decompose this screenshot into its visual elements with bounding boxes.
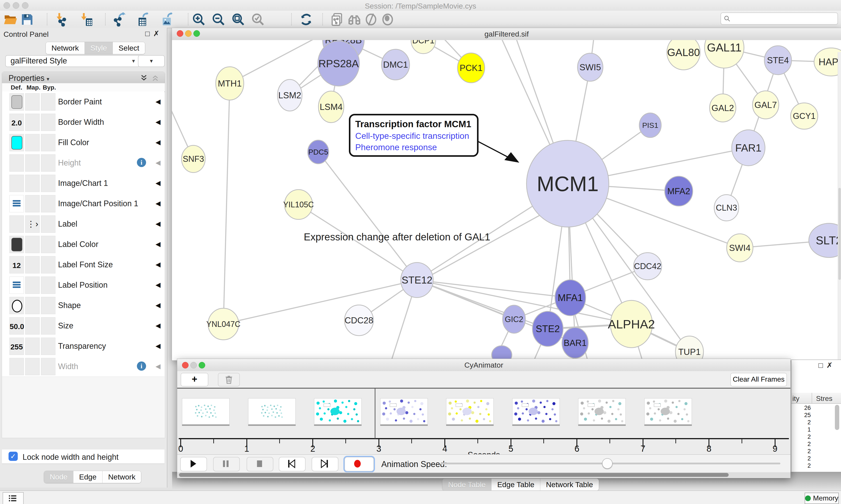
bypass-cell[interactable]	[41, 276, 55, 294]
bypass-cell[interactable]	[41, 317, 55, 335]
expand-property-icon[interactable]: ◀	[156, 199, 161, 207]
clear-all-frames-button[interactable]: Clear All Frames	[730, 373, 787, 386]
table-row[interactable]: 2	[791, 448, 811, 455]
lock-size-checkbox[interactable]: ✓	[8, 452, 18, 461]
network-canvas[interactable]: RPS28BRPS28ADMC1DCP1PCK1MTH1LSM2LSM4SNF3…	[172, 40, 841, 360]
network-node-GAL7[interactable]: GAL7	[753, 91, 779, 119]
expand-property-icon[interactable]: ◀	[156, 260, 161, 268]
animation-frame-1[interactable]	[248, 398, 296, 425]
network-node-ALPHA2[interactable]: ALPHA2	[608, 300, 655, 348]
add-frame-button[interactable]: +	[181, 373, 208, 386]
cyanimator-horizontal-scrollbar[interactable]	[177, 472, 790, 478]
mapping-cell[interactable]	[25, 338, 40, 355]
network-node-PDC5[interactable]: PDC5	[308, 140, 329, 164]
default-value-cell[interactable]	[10, 297, 24, 314]
zoom-out-icon[interactable]	[212, 13, 226, 26]
network-node-SWI4[interactable]: SWI4	[727, 234, 753, 262]
network-node-BAR1[interactable]: BAR1	[562, 327, 588, 358]
cyanimator-timeline[interactable]: 0123456789 Seconds	[177, 389, 790, 453]
mapping-cell[interactable]	[25, 175, 40, 192]
open-session-icon[interactable]	[3, 13, 18, 26]
network-node-DMC1[interactable]: DMC1	[381, 49, 410, 80]
network-node-MCM1[interactable]: MCM1	[526, 140, 609, 227]
network-node-YIL105C[interactable]: YIL105C	[283, 190, 314, 219]
network-node-DCP1[interactable]: DCP1	[411, 40, 435, 54]
default-value-cell[interactable]	[10, 175, 24, 192]
property-row-label-color[interactable]: Label Color◀	[2, 234, 164, 255]
table-row[interactable]: 2	[791, 455, 811, 463]
scrollbar-thumb[interactable]	[838, 188, 841, 280]
bypass-cell[interactable]	[41, 297, 55, 314]
property-row-transparency[interactable]: 255Transparency◀	[2, 336, 164, 357]
tab-edge-table[interactable]: Edge Table	[491, 479, 540, 491]
property-row-width[interactable]: Widthi◀	[2, 356, 164, 377]
play-button[interactable]	[180, 457, 207, 471]
import-network-icon[interactable]	[54, 13, 68, 26]
default-value-cell[interactable]	[10, 215, 24, 233]
annotation-link[interactable]: Pheromone response	[355, 143, 472, 152]
animation-frame-6[interactable]	[578, 398, 626, 425]
tab-node[interactable]: Node	[44, 471, 73, 483]
default-value-cell[interactable]: 50.0	[10, 317, 24, 335]
animation-speed-slider-thumb[interactable]	[602, 458, 612, 469]
table-row[interactable]: 26	[791, 404, 811, 412]
network-node-GAL2[interactable]: GAL2	[710, 94, 736, 122]
animation-frame-7[interactable]	[644, 398, 692, 425]
property-row-fill-color[interactable]: Fill Color◀	[2, 132, 164, 153]
mapping-cell[interactable]	[25, 317, 40, 335]
property-row-image-chart-1[interactable]: Image/Chart 1◀	[2, 173, 164, 194]
mapping-cell[interactable]	[25, 256, 40, 273]
default-value-cell[interactable]	[10, 195, 24, 212]
default-value-cell[interactable]	[10, 93, 24, 111]
bypass-cell[interactable]	[41, 154, 55, 172]
tab-node-table[interactable]: Node Table	[442, 479, 491, 491]
network-window-titlebar[interactable]: galFiltered.sif	[172, 28, 841, 40]
mapping-cell[interactable]	[25, 358, 40, 375]
info-icon[interactable]: i	[137, 158, 146, 167]
animation-frame-5[interactable]	[512, 398, 560, 425]
network-node-PIS1[interactable]: PIS1	[639, 113, 661, 138]
scrollbar-thumb[interactable]	[179, 473, 729, 477]
default-value-cell[interactable]: 2.0	[10, 114, 24, 131]
table-row[interactable]: 2	[791, 419, 811, 426]
property-row-label-font-size[interactable]: 12Label Font Size◀	[2, 254, 164, 275]
tab-style[interactable]: Style	[85, 42, 113, 54]
zoom-fit-icon[interactable]	[231, 13, 245, 26]
property-row-height[interactable]: Heighti◀	[2, 152, 164, 173]
network-node-GAL80[interactable]: GAL80	[667, 40, 700, 70]
style-selector-dropdown[interactable]: galFiltered Style ▾	[5, 55, 140, 67]
save-session-icon[interactable]	[20, 13, 34, 26]
mapping-cell[interactable]	[25, 134, 40, 151]
network-node-STE2[interactable]: STE2	[532, 311, 563, 346]
network-node-SLT2[interactable]: SLT2	[809, 223, 841, 257]
expand-property-icon[interactable]: ◀	[156, 342, 161, 350]
expand-all-icon[interactable]	[140, 74, 148, 82]
float-panel-icon[interactable]: □	[819, 361, 826, 370]
expand-property-icon[interactable]: ◀	[156, 362, 161, 370]
table-row[interactable]: 1	[791, 426, 811, 433]
network-node-YNL047C[interactable]: YNL047C	[206, 308, 240, 340]
mapping-cell[interactable]	[25, 154, 40, 172]
stop-button[interactable]	[247, 457, 273, 471]
bypass-cell[interactable]	[41, 93, 55, 111]
mapping-cell[interactable]	[25, 236, 40, 253]
network-node-STE12[interactable]: STE12	[401, 263, 433, 298]
expand-property-icon[interactable]: ◀	[156, 138, 161, 146]
network-node-STE4[interactable]: STE4	[764, 46, 791, 75]
bypass-cell[interactable]	[41, 338, 55, 355]
tab-network[interactable]: Network	[103, 471, 141, 483]
animation-frame-3[interactable]	[380, 398, 428, 425]
animation-frame-0[interactable]	[182, 398, 230, 425]
export-table-icon[interactable]	[136, 13, 150, 26]
network-node-SWI5[interactable]: SWI5	[577, 53, 603, 81]
network-node-TUP1[interactable]: TUP1	[676, 336, 703, 360]
delete-frame-button[interactable]	[218, 373, 240, 386]
import-table-icon[interactable]	[79, 13, 93, 26]
network-node-GIC2[interactable]: GIC2	[503, 305, 525, 333]
info-icon[interactable]: i	[137, 361, 146, 371]
network-node-CDC42[interactable]: CDC42	[633, 253, 662, 280]
network-node-GAL11[interactable]: GAL11	[704, 40, 744, 68]
property-row-border-paint[interactable]: Border Paint◀	[2, 91, 164, 112]
table-column-header[interactable]: ity	[792, 395, 799, 403]
network-node-NODE_P[interactable]	[492, 346, 512, 360]
